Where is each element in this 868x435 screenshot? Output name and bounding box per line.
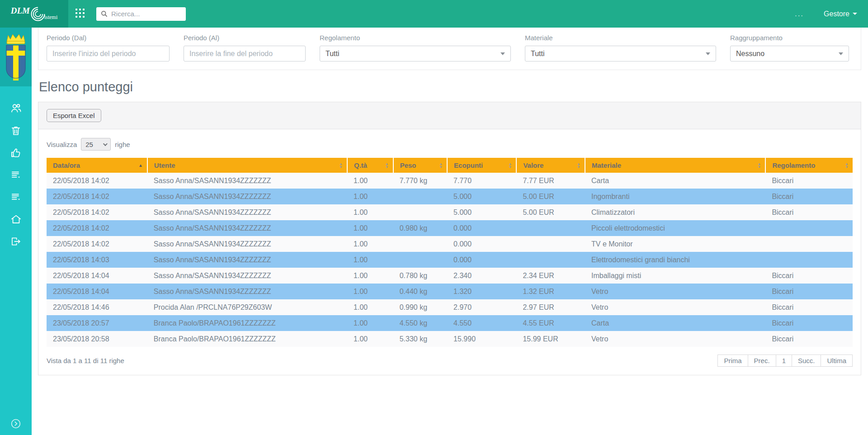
- table-row[interactable]: 22/05/2018 14:02Sasso Anna/SASANN1934ZZZ…: [47, 236, 853, 252]
- pagination-prima[interactable]: Prima: [717, 355, 748, 367]
- periodo-dal-label: Periodo (Dal): [47, 34, 170, 42]
- logo-swirl-icon: [30, 6, 46, 22]
- sidebar-item-list-menu-2[interactable]: [6, 186, 26, 208]
- periodo-dal-input[interactable]: [47, 46, 170, 61]
- top-navbar: DLM istemi ... Gestore: [0, 0, 868, 28]
- table-row[interactable]: 22/05/2018 14:02Sasso Anna/SASANN1934ZZZ…: [47, 220, 853, 236]
- table-cell: Vetro: [585, 299, 765, 315]
- column-header-label: Materiale: [592, 161, 621, 169]
- home-icon: [10, 213, 22, 225]
- table-row[interactable]: 23/05/2018 20:58Branca Paolo/BRAPAO1961Z…: [47, 331, 853, 347]
- panel-toolbar: Esporta Excel: [38, 102, 861, 129]
- caret-down-icon: [839, 52, 843, 55]
- column-header-label: Utente: [154, 161, 175, 169]
- pagination: PrimaPrec.1Succ.Ultima: [717, 355, 853, 367]
- table-cell: 0.000: [447, 220, 516, 236]
- table-cell: 22/05/2018 14:03: [47, 252, 147, 268]
- table-row[interactable]: 23/05/2018 20:57Branca Paolo/BRAPAO1961Z…: [47, 315, 853, 331]
- regolamento-select[interactable]: Tutti: [320, 46, 511, 61]
- column-header-valore[interactable]: Valore▲▼: [516, 158, 585, 173]
- sidebar-expand-toggle[interactable]: [6, 416, 26, 431]
- table-cell: Piccoli elettrodomestici: [585, 220, 765, 236]
- table-cell: 2.34 EUR: [516, 268, 585, 284]
- pagination-ultima[interactable]: Ultima: [821, 355, 853, 367]
- users-icon: [10, 102, 22, 114]
- sidebar-item-home[interactable]: [6, 208, 26, 230]
- table-cell: [393, 252, 447, 268]
- caret-down-icon: [706, 52, 710, 55]
- table-cell: 1.00: [347, 315, 393, 331]
- column-header-label: Data/ora: [53, 161, 80, 169]
- app-logo[interactable]: DLM istemi: [0, 0, 68, 28]
- materiale-selected-value: Tutti: [531, 50, 545, 58]
- table-cell: Biccari: [765, 204, 853, 220]
- length-prefix-label: Visualizza: [47, 141, 77, 148]
- table-cell: Vetro: [585, 331, 765, 347]
- table-row[interactable]: 22/05/2018 14:04Sasso Anna/SASANN1934ZZZ…: [47, 284, 853, 299]
- table-row[interactable]: 22/05/2018 14:02Sasso Anna/SASANN1934ZZZ…: [47, 189, 853, 204]
- search-input[interactable]: [111, 10, 181, 18]
- regolamento-selected-value: Tutti: [326, 50, 340, 58]
- table-cell: 4.55 EUR: [516, 315, 585, 331]
- user-menu[interactable]: Gestore: [824, 10, 857, 18]
- table-cell: 1.32 EUR: [516, 284, 585, 299]
- more-menu[interactable]: ...: [795, 12, 804, 16]
- table-row[interactable]: 22/05/2018 14:46Procida Alan /PRCLNA76P2…: [47, 299, 853, 315]
- pagination-succ[interactable]: Succ.: [792, 355, 821, 367]
- crest-logo[interactable]: [0, 28, 32, 86]
- caret-down-icon: [853, 13, 857, 15]
- filter-materiale: Materiale Tutti: [525, 32, 716, 61]
- column-header-data-ora[interactable]: Data/ora▲: [47, 158, 147, 173]
- table-cell: [516, 252, 585, 268]
- table-cell: [765, 220, 853, 236]
- raggruppamento-label: Raggruppamento: [730, 34, 849, 42]
- table-cell: 7.77 EUR: [516, 173, 585, 189]
- table-row[interactable]: 22/05/2018 14:03Sasso Anna/SASANN1934ZZZ…: [47, 252, 853, 268]
- sidebar-item-logout[interactable]: [6, 230, 26, 252]
- apps-grid-icon[interactable]: [75, 9, 86, 19]
- column-header-peso[interactable]: Peso▲▼: [393, 158, 447, 173]
- sort-both-icon: ▲▼: [339, 162, 343, 169]
- sort-both-icon: ▲▼: [439, 162, 443, 169]
- table-cell: Sasso Anna/SASANN1934ZZZZZZZ: [147, 189, 347, 204]
- column-header-materiale[interactable]: Materiale▲▼: [585, 158, 765, 173]
- table-cell: Ingombranti: [585, 189, 765, 204]
- raggruppamento-select[interactable]: Nessuno: [730, 46, 849, 61]
- column-header-q-t[interactable]: Q.tà▲▼: [347, 158, 393, 173]
- table-cell: Imballaggi misti: [585, 268, 765, 284]
- caret-down-icon: [500, 52, 505, 55]
- table-cell: 15.99 EUR: [516, 331, 585, 347]
- export-excel-button[interactable]: Esporta Excel: [47, 109, 101, 122]
- page-length-select[interactable]: 25: [81, 138, 111, 151]
- sort-both-icon: ▲▼: [845, 162, 849, 169]
- sidebar-item-approvals[interactable]: [6, 142, 26, 164]
- filter-periodo-dal: Periodo (Dal): [47, 32, 170, 61]
- table-cell: 22/05/2018 14:46: [47, 299, 147, 315]
- column-header-ecopunti[interactable]: Ecopunti▲▼: [447, 158, 516, 173]
- pagination-prec[interactable]: Prec.: [748, 355, 776, 367]
- table-cell: 1.00: [347, 189, 393, 204]
- scores-panel: Esporta Excel Visualizza 25 righe Data/o…: [38, 102, 861, 375]
- table-cell: [765, 252, 853, 268]
- table-row[interactable]: 22/05/2018 14:02Sasso Anna/SASANN1934ZZZ…: [47, 173, 853, 189]
- table-cell: 7.770 kg: [393, 173, 447, 189]
- materiale-select[interactable]: Tutti: [525, 46, 716, 61]
- navbar-right: ... Gestore: [795, 10, 868, 18]
- search-box: [96, 7, 186, 21]
- pagination-1[interactable]: 1: [776, 355, 792, 367]
- sidebar-item-list-menu-1[interactable]: [6, 164, 26, 186]
- table-cell: 22/05/2018 14:02: [47, 173, 147, 189]
- table-cell: [765, 236, 853, 252]
- column-header-regolamento[interactable]: Regolamento▲▼: [765, 158, 853, 173]
- column-header-utente[interactable]: Utente▲▼: [147, 158, 347, 173]
- sidebar-item-users[interactable]: [6, 97, 26, 119]
- table-cell: 5.000: [447, 189, 516, 204]
- table-row[interactable]: 22/05/2018 14:02Sasso Anna/SASANN1934ZZZ…: [47, 204, 853, 220]
- table-cell: 1.00: [347, 236, 393, 252]
- table-row[interactable]: 22/05/2018 14:04Sasso Anna/SASANN1934ZZZ…: [47, 268, 853, 284]
- table-cell: 1.00: [347, 204, 393, 220]
- periodo-al-input[interactable]: [184, 46, 306, 61]
- sort-both-icon: ▲▼: [757, 162, 761, 169]
- length-selected-value: 25: [85, 141, 93, 148]
- sidebar-item-trash[interactable]: [6, 119, 26, 142]
